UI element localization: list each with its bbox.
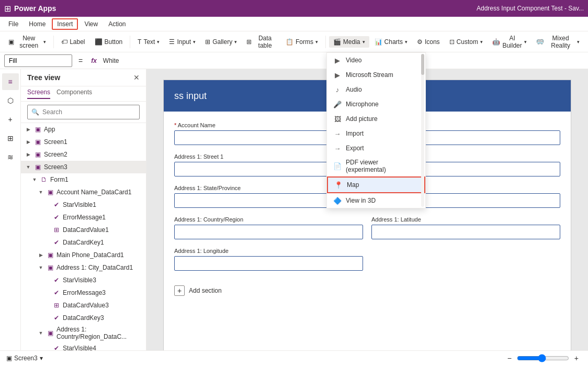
- dropdown-item-stream[interactable]: ▶ Microsoft Stream: [327, 69, 425, 82]
- waffle-icon[interactable]: ⊞: [4, 4, 11, 14]
- icon-panel-components[interactable]: ⬡: [2, 92, 19, 109]
- toolbar-label[interactable]: 🏷 Label: [57, 36, 89, 48]
- sidebar-tab-components[interactable]: Components: [56, 89, 92, 99]
- icon-panel-tree[interactable]: ≡: [2, 73, 19, 90]
- screen-indicator[interactable]: ▣ Screen3 ▾: [6, 355, 43, 362]
- toolbar-mixed-reality[interactable]: 🥽 Mixed Reality ▾: [532, 32, 584, 51]
- menu-view[interactable]: View: [80, 19, 102, 29]
- dcv1-icon: ⊞: [52, 226, 61, 234]
- canvas-area: ss input Account Name Main Phone: [146, 69, 588, 350]
- tree-item-screen2[interactable]: ▶ ▣ Screen2: [21, 148, 146, 161]
- account-chevron-icon: ▼: [38, 190, 44, 195]
- formula-bar: = fx White: [0, 52, 588, 69]
- toolbar-text[interactable]: T Text ▾: [133, 36, 164, 48]
- add-picture-icon: 🖼: [333, 115, 342, 123]
- em3-label: ErrorMessage3: [63, 289, 142, 296]
- toolbar-custom[interactable]: ⊡ Custom ▾: [445, 36, 487, 48]
- form-field-country: Address 1: Country/Region: [174, 216, 363, 239]
- tree-item-app[interactable]: ▶ ▣ App: [21, 123, 146, 136]
- form1-icon: 🗋: [40, 176, 48, 183]
- menu-insert[interactable]: Insert: [52, 18, 78, 30]
- tree-item-form1[interactable]: ▼ 🗋 Form1: [21, 173, 146, 186]
- map-icon: 📍: [334, 181, 343, 189]
- mp-chevron-icon: ▶: [38, 252, 44, 258]
- toolbar-ai-builder[interactable]: 🤖 AI Builder ▾: [488, 32, 531, 51]
- add-section-label: Add section: [189, 287, 222, 294]
- latitude-input[interactable]: [371, 225, 560, 239]
- toolbar-data-table[interactable]: ⊞ Data table: [242, 32, 280, 51]
- dropdown-item-microphone[interactable]: 🎤 Microphone: [327, 97, 425, 112]
- country-input[interactable]: [174, 225, 363, 239]
- zoom-plus-button[interactable]: +: [571, 353, 582, 363]
- sidebar-tabs: Screens Components: [21, 86, 146, 102]
- tree-item-city[interactable]: ▼ ▣ Address 1: City_DataCard1: [21, 261, 146, 274]
- toolbar-new-screen[interactable]: ▣ New screen ▾: [4, 32, 50, 51]
- toolbar-gallery[interactable]: ⊞ Gallery ▾: [201, 36, 241, 48]
- tree-item-errormessage3[interactable]: ✔ ErrorMessage3: [21, 286, 146, 299]
- menu-file[interactable]: File: [4, 19, 22, 29]
- icon-panel-add[interactable]: +: [2, 111, 19, 128]
- menu-home[interactable]: Home: [25, 19, 50, 29]
- toolbar-charts[interactable]: 📊 Charts ▾: [370, 36, 412, 48]
- tree-item-errormessage1[interactable]: ✔ ErrorMessage1: [21, 211, 146, 224]
- add-section[interactable]: + Add section: [174, 279, 560, 302]
- longitude-input[interactable]: [174, 256, 363, 271]
- dropdown-item-export[interactable]: → Export: [327, 141, 425, 156]
- search-input[interactable]: [27, 105, 140, 119]
- screen1-chevron-icon: ▶: [25, 139, 31, 145]
- dropdown-scrollbar[interactable]: [421, 69, 424, 207]
- sv4-label: StarVisible4: [63, 345, 142, 350]
- text-btn-text: Text: [143, 38, 155, 46]
- tree-item-starvisible4[interactable]: ✔ StarVisible4: [21, 342, 146, 350]
- sidebar-close-icon[interactable]: ✕: [133, 73, 140, 82]
- screen2-chevron-icon: ▶: [25, 152, 31, 157]
- tree-item-datacardkey1[interactable]: ✔ DataCardKey1: [21, 236, 146, 249]
- tree-item-screen3[interactable]: ▼ ▣ Screen3 …: [21, 161, 146, 173]
- gallery-icon: ⊞: [205, 38, 210, 46]
- title-waffle-area[interactable]: ⊞ Power Apps: [4, 4, 56, 14]
- tree-item-starvisible3[interactable]: ✔ StarVisible3: [21, 274, 146, 286]
- sidebar-tab-screens[interactable]: Screens: [27, 89, 50, 99]
- form-field-longitude: Address 1: Longitude: [174, 248, 363, 271]
- tree-item-datacardvalue3[interactable]: ⊞ DataCardValue3: [21, 299, 146, 312]
- formula-value: White: [103, 57, 119, 64]
- toolbar-icons[interactable]: ⚙ Icons: [413, 36, 444, 48]
- toolbar-button[interactable]: ⬛ Button: [91, 36, 127, 48]
- tree-item-country[interactable]: ▼ ▣ Address 1: Country/Region_DataC...: [21, 324, 146, 342]
- tree-item-starvisible1[interactable]: ✔ StarVisible1: [21, 198, 146, 211]
- dropdown-item-map[interactable]: 📍 Map: [327, 176, 425, 193]
- menu-bar: File Home Insert View Action: [0, 17, 588, 31]
- sidebar: Tree view ✕ Screens Components 🔍 ▶ ▣ App…: [21, 69, 146, 350]
- zoom-slider[interactable]: [517, 354, 569, 362]
- toolbar-forms[interactable]: 📋 Forms ▾: [281, 36, 322, 48]
- dck3-icon: ✔: [52, 314, 61, 322]
- dcv3-icon: ⊞: [52, 302, 61, 309]
- dropdown-item-import[interactable]: → Import: [327, 126, 425, 141]
- dropdown-item-pdf[interactable]: 📄 PDF viewer (experimental): [327, 156, 425, 176]
- country-label: Address 1: Country/Region_DataC...: [56, 326, 142, 340]
- toolbar-input[interactable]: ☰ Input ▾: [165, 36, 200, 48]
- tree-item-main-phone[interactable]: ▶ ▣ Main Phone_DataCard1: [21, 249, 146, 261]
- toolbar-media[interactable]: 🎬 Media ▾: [329, 36, 369, 48]
- export-label: Export: [346, 145, 364, 152]
- tree-item-account-name[interactable]: ▼ ▣ Account Name_DataCard1: [21, 186, 146, 198]
- icon-panel-data[interactable]: ⊞: [2, 130, 19, 147]
- form1-chevron-icon: ▼: [31, 177, 38, 182]
- dropdown-item-audio[interactable]: ♪ Audio: [327, 82, 425, 97]
- tree-item-screen1[interactable]: ▶ ▣ Screen1: [21, 136, 146, 148]
- dropdown-item-add-picture[interactable]: 🖼 Add picture: [327, 112, 425, 126]
- icons-icon: ⚙: [417, 38, 423, 46]
- app-name: Power Apps: [14, 4, 56, 13]
- dropdown-scrollthumb: [421, 69, 424, 75]
- property-selector[interactable]: [4, 54, 72, 67]
- icon-panel-variables[interactable]: ≋: [2, 149, 19, 165]
- menu-action[interactable]: Action: [104, 19, 130, 29]
- dropdown-item-view3d[interactable]: 🔷 View in 3D: [327, 193, 425, 208]
- microphone-icon: 🎤: [333, 100, 342, 108]
- form1-label: Form1: [50, 176, 142, 183]
- tree-item-datacardvalue1[interactable]: ⊞ DataCardValue1: [21, 224, 146, 236]
- sv1-icon: ✔: [52, 201, 61, 208]
- sidebar-search-area: 🔍: [21, 102, 146, 123]
- tree-item-datacardkey3[interactable]: ✔ DataCardKey3: [21, 312, 146, 324]
- zoom-minus-button[interactable]: −: [504, 353, 515, 363]
